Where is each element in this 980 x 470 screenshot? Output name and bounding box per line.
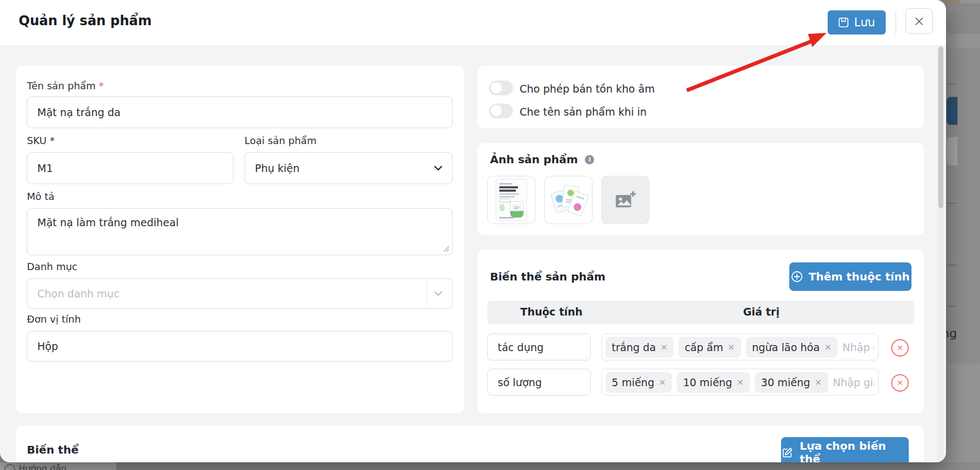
image-thumbnails	[487, 176, 649, 224]
background-panel-edge	[946, 48, 980, 364]
options-card: Cho phép bán tồn kho âm Che tên sản phẩm…	[477, 66, 924, 128]
attribute-values-input[interactable]: trắng da× cấp ẩm× ngừa lão hóa× Nhập giá	[601, 334, 879, 360]
attribute-values-input[interactable]: 5 miếng× 10 miếng× 30 miếng× Nhập giá tr	[601, 369, 879, 396]
value-input-placeholder: Nhập giá tr	[833, 376, 874, 388]
variant-section-card: Biến thể Lựa chọn biến thể	[16, 426, 924, 462]
column-value: Giá trị	[613, 306, 909, 318]
remove-tag-icon[interactable]: ×	[824, 342, 831, 352]
info-icon[interactable]: i	[585, 155, 594, 164]
variants-title: Biến thể sản phẩm	[490, 270, 606, 283]
hide-name-when-print-toggle[interactable]	[489, 104, 513, 118]
value-tag: cấp ẩm×	[679, 337, 741, 358]
unit-label: Đơn vị tính	[27, 313, 81, 325]
remove-tag-icon[interactable]: ×	[737, 377, 744, 387]
add-image-icon	[615, 191, 636, 209]
attribute-name-input[interactable]	[487, 334, 591, 360]
remove-tag-icon[interactable]: ×	[728, 342, 735, 352]
save-button-label: Lưu	[854, 16, 875, 29]
background-card-edge	[946, 3, 980, 34]
attribute-row: 5 miếng× 10 miếng× 30 miếng× Nhập giá tr…	[477, 369, 924, 396]
product-images-title: Ảnh sản phẩm	[490, 153, 578, 166]
background-divider	[947, 265, 958, 266]
close-icon	[914, 16, 924, 26]
product-name-input[interactable]	[27, 96, 453, 128]
attribute-row: trắng da× cấp ẩm× ngừa lão hóa× Nhập giá…	[477, 334, 924, 360]
description-label: Mô tả	[27, 191, 54, 202]
background-divider	[947, 83, 958, 84]
save-icon	[838, 17, 849, 28]
background-blue-button-edge	[947, 97, 958, 125]
category-placeholder: Chọn danh mục	[37, 288, 426, 300]
description-textarea[interactable]: Mặt nạ làm trắng mediheal	[27, 208, 453, 255]
save-button[interactable]: Lưu	[828, 10, 886, 35]
modal-title: Quản lý sản phẩm	[19, 13, 152, 28]
allow-negative-stock-toggle[interactable]	[489, 81, 513, 95]
product-info-card: Tên sản phẩm * SKU * Loại sản phẩm Phụ k…	[16, 66, 464, 413]
value-tag: 30 miếng×	[755, 372, 828, 393]
add-attribute-label: Thêm thuộc tính	[808, 270, 910, 283]
required-asterisk: *	[99, 80, 104, 91]
background-divider	[947, 203, 958, 204]
plus-circle-icon	[791, 271, 803, 283]
help-icon	[4, 464, 15, 470]
value-tag: ngừa lão hóa×	[746, 337, 837, 358]
choose-variant-button[interactable]: Lựa chọn biến thể	[781, 437, 909, 462]
chevron-down-icon	[434, 165, 442, 171]
chevron-down-icon	[434, 291, 442, 296]
product-type-value: Phụ kiện	[255, 162, 300, 174]
product-management-modal: Quản lý sản phẩm Lưu	[0, 0, 946, 462]
product-images-card: Ảnh sản phẩm i	[477, 143, 924, 235]
close-button[interactable]	[905, 8, 933, 34]
variant-section-title: Biến thể	[27, 443, 78, 456]
add-image-button[interactable]	[601, 176, 649, 224]
category-label: Danh mục	[27, 261, 77, 272]
hide-name-when-print-label: Che tên sản phẩm khi in	[520, 105, 647, 119]
product-type-label: Loại sản phẩm	[244, 135, 316, 146]
edit-icon	[781, 446, 794, 459]
resize-handle-icon[interactable]	[443, 246, 449, 252]
delete-attribute-button[interactable]: ✕	[891, 339, 909, 357]
background-bottom-strip	[116, 462, 980, 470]
allow-negative-stock-label: Cho phép bán tồn kho âm	[520, 82, 655, 96]
product-image-thumbnail[interactable]	[544, 176, 592, 224]
value-tag: 5 miếng×	[606, 372, 672, 393]
modal-header: Quản lý sản phẩm Lưu	[0, 0, 946, 45]
header-divider	[896, 12, 896, 35]
value-tag: trắng da×	[606, 337, 674, 358]
background-divider	[947, 306, 958, 307]
product-images-header: Ảnh sản phẩm i	[490, 153, 594, 166]
delete-attribute-button[interactable]: ✕	[891, 374, 909, 392]
remove-tag-icon[interactable]: ×	[660, 342, 668, 352]
choose-variant-label: Lựa chọn biến thể	[800, 439, 909, 462]
toggle-knob	[491, 105, 502, 117]
help-label: Hướng dẫn	[19, 463, 66, 470]
column-attribute: Thuộc tính	[499, 306, 603, 318]
sku-input[interactable]	[27, 152, 233, 184]
product-type-select[interactable]: Phụ kiện	[244, 152, 453, 184]
attributes-table-header: Thuộc tính Giá trị	[487, 301, 914, 324]
attribute-name-input[interactable]	[487, 369, 591, 396]
sku-label: SKU *	[27, 135, 55, 146]
product-variants-card: Biến thể sản phẩm Thêm thuộc tính Thuộc …	[477, 249, 924, 413]
background-help-link: Hướng dẫn	[0, 462, 116, 470]
screen: ng Hướng dẫn Quản lý sản phẩm Lưu	[0, 0, 980, 470]
value-input-placeholder: Nhập giá	[842, 341, 874, 353]
value-tag: 10 miếng×	[677, 372, 750, 393]
remove-tag-icon[interactable]: ×	[659, 377, 666, 387]
remove-tag-icon[interactable]: ×	[814, 377, 822, 387]
select-divider	[426, 283, 427, 305]
category-select[interactable]: Chọn danh mục	[27, 278, 453, 309]
unit-input[interactable]	[27, 331, 453, 362]
add-attribute-button[interactable]: Thêm thuộc tính	[789, 262, 911, 291]
toggle-knob	[491, 82, 502, 94]
product-image-thumbnail[interactable]	[487, 176, 535, 224]
modal-scrollbar-thumb[interactable]	[938, 47, 943, 208]
product-name-label: Tên sản phẩm *	[27, 80, 104, 91]
background-gray-button-edge	[947, 137, 958, 165]
